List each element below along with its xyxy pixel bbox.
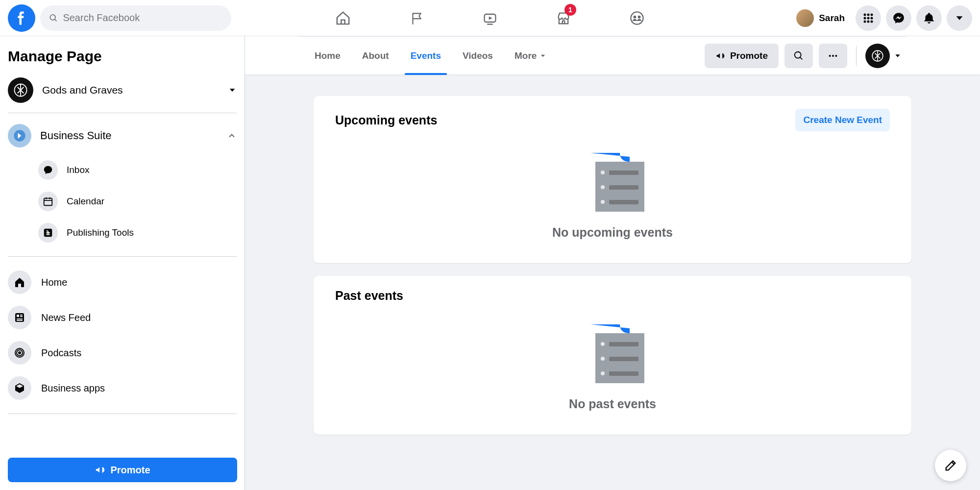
megaphone-icon <box>95 465 105 475</box>
svg-point-29 <box>601 185 605 189</box>
past-events-card: Past events No past events <box>314 276 911 435</box>
tab-home[interactable]: Home <box>304 37 351 75</box>
account-button[interactable] <box>947 5 972 31</box>
page-more-button[interactable] <box>819 44 847 68</box>
svg-point-7 <box>864 17 866 19</box>
nav-groups[interactable] <box>603 1 671 35</box>
svg-point-31 <box>601 200 605 204</box>
page-selector[interactable]: Gods and Graves <box>8 74 237 113</box>
compose-fab[interactable] <box>935 450 966 481</box>
sidebar-item-home[interactable]: Home <box>8 265 237 300</box>
watch-icon <box>482 10 498 26</box>
upcoming-title: Upcoming events <box>335 113 437 127</box>
sidebar-item-label: Inbox <box>67 165 89 175</box>
svg-rect-39 <box>609 371 638 376</box>
svg-point-23 <box>832 54 834 56</box>
svg-point-8 <box>867 17 870 19</box>
svg-rect-32 <box>609 200 638 204</box>
sidebar-item-calendar[interactable]: Calendar <box>38 186 237 217</box>
svg-rect-30 <box>609 185 638 190</box>
sidebar-item-label: Podcasts <box>41 347 81 359</box>
search-box[interactable] <box>40 5 231 31</box>
sidebar-item-business-apps[interactable]: Business apps <box>8 370 237 406</box>
caret-down-icon <box>228 86 237 95</box>
svg-point-19 <box>18 351 21 354</box>
page-name: Gods and Graves <box>42 84 123 96</box>
svg-point-24 <box>835 54 837 56</box>
tab-events[interactable]: Events <box>400 37 452 75</box>
sidebar-item-newsfeed[interactable]: News Feed <box>8 300 237 335</box>
business-suite-label: Business Suite <box>40 129 112 142</box>
svg-point-11 <box>867 20 870 23</box>
search-icon <box>49 13 58 23</box>
content: Upcoming events Create New Event No upco… <box>309 74 916 469</box>
nav-watch[interactable] <box>456 1 524 35</box>
page-switcher[interactable] <box>865 44 902 68</box>
svg-point-10 <box>864 20 866 23</box>
svg-rect-18 <box>17 315 19 317</box>
box-icon <box>8 376 31 400</box>
page-tabstrip: Home About Events Videos More Promote <box>245 36 980 74</box>
tab-videos[interactable]: Videos <box>452 37 504 75</box>
groups-icon <box>629 10 645 26</box>
upcoming-events-card: Upcoming events Create New Event No upco… <box>314 96 911 263</box>
sidebar-item-podcasts[interactable]: Podcasts <box>8 335 237 370</box>
facebook-logo[interactable] <box>8 4 35 32</box>
page-search-button[interactable] <box>784 44 813 68</box>
sidebar-item-publishing[interactable]: Publishing Tools <box>38 217 237 248</box>
sidebar-item-label: News Feed <box>41 312 91 323</box>
dots-icon <box>828 50 838 61</box>
nav-home[interactable] <box>309 1 377 35</box>
sidebar: Manage Page Gods and Graves Business Sui… <box>0 36 245 490</box>
svg-point-9 <box>871 17 873 19</box>
svg-point-4 <box>864 13 866 16</box>
menu-button[interactable] <box>856 5 881 31</box>
caret-down-icon <box>539 52 546 59</box>
publishing-icon <box>38 223 58 243</box>
svg-rect-15 <box>44 198 52 206</box>
promote-button[interactable]: Promote <box>8 458 237 482</box>
flag-icon <box>409 11 424 25</box>
megaphone-icon <box>715 51 725 61</box>
nav-pages[interactable] <box>382 1 451 35</box>
profile-name: Sarah <box>819 13 845 24</box>
calendar-icon <box>38 192 58 211</box>
divider <box>8 414 237 414</box>
business-suite-icon <box>8 124 31 147</box>
sidebar-title: Manage Page <box>8 44 237 74</box>
tab-about[interactable]: About <box>351 37 400 75</box>
svg-point-3 <box>638 15 641 18</box>
messenger-button[interactable] <box>886 5 911 31</box>
avatar <box>796 9 814 27</box>
svg-point-12 <box>871 20 873 23</box>
svg-point-27 <box>601 171 605 174</box>
tab-more[interactable]: More <box>504 37 557 75</box>
tab-more-label: More <box>514 50 537 61</box>
search-input[interactable] <box>63 12 222 24</box>
notifications-button[interactable] <box>916 5 942 31</box>
top-nav: 1 <box>309 1 671 35</box>
profile-chip[interactable]: Sarah <box>794 7 851 29</box>
svg-point-5 <box>867 13 870 16</box>
page-avatar <box>8 77 33 103</box>
promote-label: Promote <box>730 50 768 61</box>
nav-marketplace[interactable]: 1 <box>529 1 598 35</box>
empty-events-icon <box>581 324 644 383</box>
svg-rect-37 <box>609 357 638 361</box>
suite-sub-items: Inbox Calendar Publishing Tools <box>8 154 237 248</box>
newsfeed-icon <box>8 306 31 329</box>
sidebar-item-label: Publishing Tools <box>67 227 134 238</box>
svg-point-22 <box>829 54 831 56</box>
sidebar-item-label: Business apps <box>41 383 105 394</box>
podcasts-icon <box>8 341 31 365</box>
past-empty-msg: No past events <box>569 397 656 411</box>
business-suite-toggle[interactable]: Business Suite <box>8 113 237 154</box>
sidebar-item-label: Calendar <box>67 196 104 207</box>
edit-icon <box>944 459 957 472</box>
create-event-button[interactable]: Create New Event <box>795 109 890 131</box>
search-icon <box>793 50 804 61</box>
sidebar-item-inbox[interactable]: Inbox <box>38 154 237 186</box>
top-right: Sarah <box>794 5 972 31</box>
promote-button-top[interactable]: Promote <box>705 44 779 68</box>
chevron-up-icon <box>227 131 237 141</box>
